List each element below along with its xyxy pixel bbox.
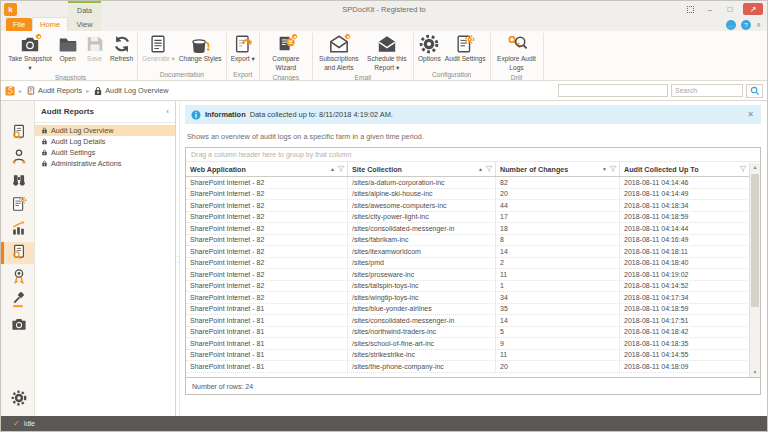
rail-item-gavel-7[interactable] [1,290,34,312]
table-row[interactable]: SharePoint Internet - 82/sites/a-datum-c… [186,177,760,189]
column-header-audit-collected-up-to[interactable]: Audit Collected Up To [620,162,749,176]
column-header-number-of-changes[interactable]: Number of Changes▼ [496,162,620,176]
table-cell: 2018-08-11 04:18:59 [620,304,760,315]
refresh-button[interactable]: Refresh [108,33,135,65]
table-row[interactable]: SharePoint Internet - 82/sites/pmd22018-… [186,258,760,270]
column-header-web-application[interactable]: Web Application▲ [186,162,348,176]
nav-item-audit-settings[interactable]: Audit Settings [35,147,175,158]
search-button[interactable] [746,84,763,98]
table-cell: /sites/blue-yonder-airlines [348,304,496,315]
table-cell: /sites/strikestrike-inc [348,350,496,361]
fit-screen-button[interactable] [683,3,697,15]
table-row[interactable]: SharePoint Internet - 82/sites/tailspin-… [186,281,760,293]
group-by-panel[interactable]: Drag a column header here to group by th… [186,148,760,162]
table-row[interactable]: SharePoint Intranet - 81/sites/the-phone… [186,361,760,373]
collapse-ribbon-button[interactable]: ∧ [756,21,761,29]
rail-item-doc-search-0[interactable] [1,122,34,144]
table-cell: 2018-08-11 04:19:02 [620,269,760,280]
explore-audit-logs-button[interactable]: Explore Audit Logs [493,33,541,73]
nav-item-audit-log-details[interactable]: Audit Log Details [35,136,175,147]
table-row[interactable]: SharePoint Intranet - 81/sites/consolida… [186,315,760,327]
scroll-up-icon[interactable]: ▲ [750,163,760,172]
table-row[interactable]: SharePoint Internet - 82/sites/consolida… [186,223,760,235]
schedule-this-report-button[interactable]: Schedule this Report ▾ [363,33,411,73]
info-close-icon[interactable]: ✕ [746,110,755,119]
generate-button[interactable]: Generate ▾ [140,33,177,65]
rail-item-binoculars-2[interactable] [1,170,34,192]
nav-item-audit-log-overview[interactable]: Audit Log Overview [35,125,175,136]
table-row[interactable]: SharePoint Internet - 82/sites/proseware… [186,269,760,281]
table-cell: SharePoint Internet - 82 [186,281,348,292]
table-row[interactable]: SharePoint Internet - 82/sites/wingtip-t… [186,292,760,304]
take-snapshot-button[interactable]: Take Snapshot ▾ [6,33,54,73]
scroll-down-icon[interactable]: ▼ [750,368,760,377]
maximize-button[interactable]: □ [723,3,737,15]
table-row[interactable]: SharePoint Internet - 82/sites/itexamwor… [186,246,760,258]
breadcrumb-item-home[interactable] [5,86,15,96]
subscriptions-and-alerts-button[interactable]: Subscriptions and Alerts [315,33,363,73]
scroll-thumb[interactable] [751,174,759,307]
table-row[interactable]: SharePoint Intranet - 81/sites/strikestr… [186,350,760,362]
toolbar-input[interactable] [558,84,668,97]
tab-home[interactable]: Home [32,17,68,31]
minimize-button[interactable]: – [703,3,717,15]
tab-file[interactable]: File [6,18,32,31]
save-button[interactable]: Save [81,33,108,65]
filter-icon[interactable] [337,165,345,173]
audit-settings-button[interactable]: Audit Settings [443,33,488,65]
collapse-panel-icon[interactable]: ‹ [166,107,169,116]
rail-item-chart-4[interactable] [1,218,34,240]
rail-item-doc-gear-3[interactable] [1,194,34,216]
filter-icon[interactable] [739,165,747,173]
table-cell: 2018-08-11 04:14:46 [620,177,760,188]
change-styles-button[interactable]: Change Styles [177,33,224,65]
table-cell: 2018-08-11 04:18:35 [620,338,760,349]
change-styles-label: Change Styles [179,55,222,64]
info-bar-text: Data collected up to: 8/11/2018 4:19:02 … [250,110,743,119]
close-button[interactable]: ↗ [743,3,763,15]
binoculars-icon [11,172,27,190]
status-bar: ✓ Idle [1,416,767,431]
nav-item-administrative-actions[interactable]: Administrative Actions [35,158,175,169]
search-input[interactable] [671,84,743,97]
vertical-scrollbar[interactable]: ▲ ▼ [749,163,760,377]
breadcrumb-item-audit-log-overview[interactable]: Audit Log Overview [93,86,168,96]
notification-badge [35,33,42,40]
table-row[interactable]: SharePoint Internet - 82/sites/fabrikam-… [186,235,760,247]
rail-item-user-1[interactable] [1,146,34,168]
open-button[interactable]: Open [54,33,81,65]
table-row[interactable]: SharePoint Internet - 82/sites/alpine-sk… [186,189,760,201]
info-bar-title: Information [205,110,246,119]
title-bar: k Data SPDocKit - Registered to –□↗ [1,1,767,18]
column-header-site-collection[interactable]: Site Collection▲ [348,162,496,176]
export-button[interactable]: Export ▾ [229,33,257,65]
rail-item-award-6[interactable] [1,266,34,288]
tab-view[interactable]: View [68,18,101,31]
table-row[interactable]: SharePoint Internet - 82/sites/awesome-c… [186,200,760,212]
breadcrumb-item-audit-reports[interactable]: Audit Reports [26,86,82,96]
filter-icon[interactable] [485,165,493,173]
rail-item-doc-search-5[interactable] [1,242,34,264]
table-row[interactable]: SharePoint Intranet - 81/sites/school-of… [186,338,760,350]
table-cell: /sites/city-power-light-inc [348,212,496,223]
take-snapshot-label: Take Snapshot ▾ [8,55,52,72]
options-button[interactable]: Options [416,33,443,65]
contextual-tab-group-data[interactable]: Data [68,1,101,18]
compare-wizard-button[interactable]: Compare Wizard [262,33,310,73]
table-row[interactable]: SharePoint Intranet - 81/sites/blue-yond… [186,304,760,316]
ribbon-group-drill: Explore Audit LogsDrill [491,33,544,80]
grid-body: SharePoint Internet - 82/sites/a-datum-c… [186,177,760,377]
report-description: Shows an overview of audit logs on a spe… [187,132,761,141]
table-cell: 2018-08-11 04:17:51 [620,315,760,326]
rail-item-settings[interactable] [1,388,34,410]
filter-icon[interactable] [609,165,617,173]
table-row[interactable]: SharePoint Intranet - 81/sites/northwind… [186,327,760,339]
rail-item-camera-8[interactable] [1,314,34,336]
main-panel: Information Data collected up to: 8/11/2… [180,101,767,416]
ribbon-group-label: Configuration [416,70,488,80]
help-button[interactable]: ? [741,20,751,30]
table-row[interactable]: SharePoint Internet - 82/sites/city-powe… [186,212,760,224]
column-header-label: Number of Changes [500,165,600,174]
feedback-button[interactable]: … [726,20,736,30]
compare-wizard-label: Compare Wizard [264,55,308,72]
